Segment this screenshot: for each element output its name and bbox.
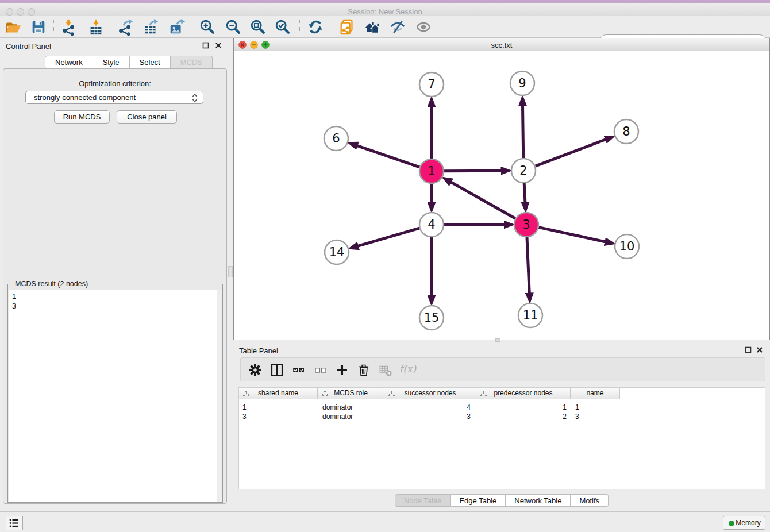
save-session-icon[interactable] [30, 18, 47, 36]
criterion-value: strongly connected component [34, 93, 136, 102]
tab-edge-table[interactable]: Edge Table [451, 494, 506, 507]
graph-node-14[interactable]: 14 [325, 240, 349, 264]
cell-name: 3 [575, 412, 615, 421]
mcds-result-group: MCDS result (2 nodes) 1 3 [7, 284, 223, 503]
graph-edge-1-6[interactable] [357, 145, 419, 167]
graph-edge-1-2[interactable] [444, 171, 502, 171]
close-table-panel-icon[interactable] [756, 346, 763, 353]
network-window-titlebar[interactable]: scc.txt [234, 38, 769, 51]
criterion-select[interactable]: strongly connected component [25, 91, 203, 104]
node-table-header: shared name MCDS role successor nodes pr… [239, 388, 620, 399]
window-title: Session: New Session [0, 7, 770, 16]
cell-predecessor-nodes: 1 [476, 403, 567, 412]
main-toolbar [0, 16, 770, 38]
mcds-result-text[interactable]: 1 3 [9, 290, 222, 502]
tab-style[interactable]: Style [93, 56, 130, 69]
add-column-icon[interactable] [334, 363, 349, 377]
tab-select[interactable]: Select [130, 56, 171, 69]
select-all-icon[interactable] [291, 363, 306, 377]
import-table-icon[interactable] [87, 18, 105, 36]
hide-selected-icon[interactable] [389, 18, 406, 36]
home-icon[interactable] [364, 18, 381, 36]
column-label: shared name [258, 389, 298, 397]
clone-network-icon[interactable] [338, 18, 356, 36]
graph-node-2[interactable]: 2 [511, 159, 536, 183]
export-network-icon[interactable] [117, 18, 134, 36]
graph-node-7[interactable]: 7 [419, 72, 444, 97]
result-scrollbar[interactable] [217, 290, 222, 502]
network-title: scc.txt [234, 41, 769, 49]
vertical-splitter-handle[interactable] [228, 266, 233, 277]
graph-edge-2-8[interactable] [536, 139, 606, 166]
status-bar: Memory [0, 511, 770, 532]
open-session-icon[interactable] [5, 18, 22, 36]
zoom-out-icon[interactable] [225, 18, 242, 36]
zoom-in-icon[interactable] [199, 18, 216, 36]
tab-network-table[interactable]: Network Table [506, 494, 571, 507]
float-table-panel-icon[interactable] [745, 346, 752, 353]
column-header-shared-name[interactable]: shared name [239, 388, 318, 399]
memory-button[interactable]: Memory [723, 516, 765, 530]
column-header-successor-nodes[interactable]: successor nodes [384, 388, 476, 399]
graph-edge-2-3[interactable] [524, 183, 525, 203]
function-builder-icon[interactable]: f(x) [399, 363, 416, 375]
control-panel-title: Control Panel [6, 42, 51, 51]
graph-node-15[interactable]: 15 [419, 306, 444, 330]
close-panel-icon[interactable] [215, 42, 222, 49]
svg-text:7: 7 [428, 78, 435, 91]
toolbar-separator [299, 20, 300, 34]
horizontal-splitter-handle[interactable] [495, 338, 500, 342]
show-all-icon[interactable] [415, 18, 432, 36]
zoom-fit-icon[interactable] [249, 18, 267, 36]
svg-text:3: 3 [522, 218, 530, 232]
cell-successor-nodes: 4 [384, 403, 471, 412]
graph-node-1[interactable]: 1 [419, 159, 444, 183]
svg-text:8: 8 [622, 125, 630, 138]
tab-motifs[interactable]: Motifs [571, 494, 609, 507]
graph-edge-3-10[interactable] [538, 228, 605, 242]
cell-successor-nodes: 3 [384, 412, 471, 421]
task-history-button[interactable] [6, 516, 23, 530]
tab-network[interactable]: Network [45, 56, 93, 69]
graph-node-3[interactable]: 3 [514, 213, 538, 237]
export-table-icon[interactable] [143, 18, 160, 36]
graph-edge-3-1[interactable] [451, 182, 515, 219]
graph-node-4[interactable]: 4 [419, 213, 444, 237]
svg-text:15: 15 [424, 311, 440, 325]
column-header-mcds-role[interactable]: MCDS role [318, 388, 384, 399]
column-tree-icon [322, 391, 328, 397]
column-header-predecessor-nodes[interactable]: predecessor nodes [476, 388, 571, 399]
graph-edge-3-11[interactable] [527, 237, 529, 294]
tab-mcds[interactable]: MCDS [171, 56, 213, 69]
graph-edge-4-14[interactable] [357, 228, 419, 246]
svg-text:6: 6 [332, 132, 340, 145]
network-canvas[interactable]: 7968124314101511 [234, 51, 769, 340]
zoom-selected-icon[interactable] [274, 18, 291, 36]
svg-text:1: 1 [428, 164, 435, 178]
graph-node-9[interactable]: 9 [510, 71, 534, 95]
graph-node-11[interactable]: 11 [518, 303, 542, 327]
svg-text:10: 10 [619, 240, 635, 253]
tab-node-table[interactable]: Node Table [395, 494, 451, 507]
import-network-icon[interactable] [60, 18, 78, 36]
delete-column-icon[interactable] [356, 363, 371, 377]
column-label: MCDS role [334, 389, 368, 397]
graph-node-8[interactable]: 8 [614, 119, 638, 144]
deselect-all-icon[interactable] [313, 363, 328, 377]
float-panel-icon[interactable] [202, 42, 209, 49]
delete-table-icon[interactable] [378, 363, 393, 377]
control-panel: Control Panel Network Style Select MCDS … [0, 38, 230, 510]
graph-node-10[interactable]: 10 [615, 234, 639, 259]
run-mcds-button[interactable]: Run MCDS [54, 110, 110, 124]
mcds-result-title: MCDS result (2 nodes) [13, 280, 90, 288]
cell-shared-name: 3 [242, 412, 314, 421]
column-visibility-icon[interactable] [270, 363, 284, 377]
table-settings-gear-icon[interactable] [248, 363, 263, 377]
chevron-up-down-icon [191, 93, 198, 103]
column-header-name[interactable]: name [571, 388, 620, 399]
refresh-layout-icon[interactable] [307, 18, 324, 36]
graph-edge-2-9[interactable] [523, 105, 523, 158]
export-image-icon[interactable] [168, 18, 186, 36]
close-panel-button[interactable]: Close panel [117, 110, 177, 124]
graph-node-6[interactable]: 6 [324, 126, 348, 151]
